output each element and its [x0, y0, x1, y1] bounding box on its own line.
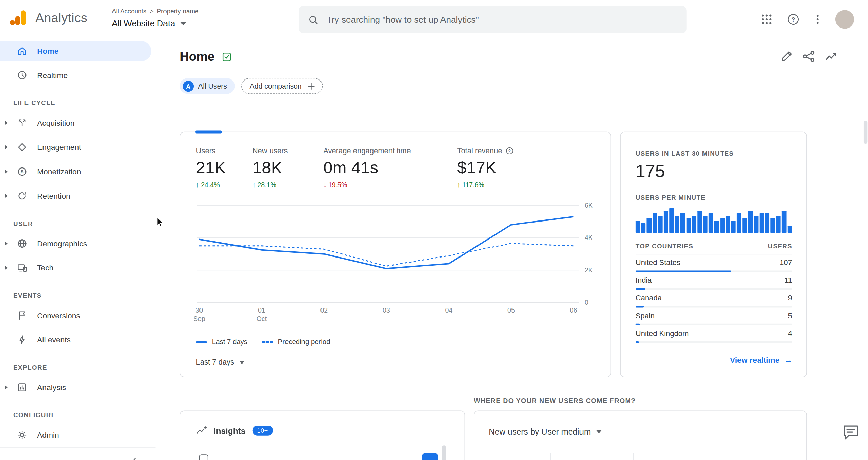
date-range-selector[interactable]: Last 7 days	[196, 358, 245, 366]
minute-bar	[658, 215, 662, 233]
new-users-card: New users by User medium	[474, 411, 807, 460]
chart-legend: Last 7 days Preceding period	[196, 338, 330, 346]
sidebar-item-all-events[interactable]: All events	[0, 328, 156, 352]
metric-total-revenue[interactable]: Total revenue ? $17K ↑117.6%	[457, 147, 514, 189]
sidebar-item-label: Retention	[37, 192, 70, 200]
minute-bar	[709, 213, 713, 233]
country-bar	[636, 270, 731, 272]
minute-bar	[636, 220, 640, 233]
sidebar-item-engagement[interactable]: Engagement	[0, 135, 156, 159]
expand-arrow-icon[interactable]	[5, 385, 8, 390]
view-realtime-link[interactable]: View realtime →	[730, 356, 792, 365]
sidebar-item-admin[interactable]: Admin	[0, 423, 156, 447]
sidebar-item-conversions[interactable]: Conversions	[0, 303, 156, 328]
sidebar-item-tech[interactable]: Tech	[0, 256, 156, 280]
legend-label: Preceding period	[278, 338, 330, 346]
new-users-card-title-dropdown[interactable]: New users by User medium	[489, 427, 602, 436]
overview-card: Users 21K ↑24.4% New users 18K ↑28.1% Av…	[180, 132, 611, 377]
sidebar-item-label: Acquisition	[37, 119, 74, 127]
logo[interactable]: Analytics	[8, 8, 87, 28]
more-options-icon[interactable]	[811, 13, 824, 26]
breadcrumb: All Accounts > Property name	[112, 8, 198, 15]
user-avatar[interactable]	[835, 10, 854, 29]
collapse-sidebar-icon[interactable]: ‹	[133, 453, 137, 460]
sidebar-divider	[0, 447, 156, 448]
expand-arrow-icon[interactable]	[5, 145, 8, 149]
minute-bar	[743, 218, 747, 233]
country-bar	[636, 306, 644, 308]
sidebar-item-monetization[interactable]: $ Monetization	[0, 159, 156, 184]
search-input[interactable]	[327, 15, 678, 24]
country-row: India11	[636, 276, 792, 290]
add-comparison-label: Add comparison	[250, 82, 302, 90]
country-row: United Kingdom4	[636, 329, 792, 343]
sidebar-item-home[interactable]: Home	[0, 41, 151, 61]
sidebar-item-analysis[interactable]: Analysis	[0, 375, 156, 400]
apps-grid-icon[interactable]	[760, 13, 773, 26]
series-line-dashed	[199, 244, 573, 266]
minute-bar	[647, 218, 651, 233]
sidebar-item-realtime[interactable]: Realtime	[0, 63, 156, 88]
minute-bar	[754, 215, 758, 233]
insight-item-chart-bar	[422, 453, 438, 460]
add-comparison-button[interactable]: Add comparison	[241, 78, 323, 94]
svg-text:?: ?	[508, 148, 511, 153]
chevron-down-icon	[180, 22, 186, 25]
minute-bar	[697, 211, 702, 233]
segment-avatar: A	[183, 81, 194, 92]
country-bar	[636, 324, 640, 325]
insights-toggle-icon[interactable]	[824, 50, 837, 63]
table-column-divider	[550, 453, 551, 460]
minute-bar	[726, 215, 730, 233]
minute-bar	[669, 208, 674, 233]
insights-spark-icon	[196, 426, 207, 436]
home-icon	[17, 46, 28, 57]
main-content: Home A All Users Add co	[156, 39, 868, 460]
sidebar-item-label: Realtime	[37, 71, 68, 79]
realtime-card: USERS IN LAST 30 MINUTES 175 USERS PER M…	[620, 132, 807, 377]
help-icon[interactable]: ?	[787, 13, 800, 26]
minute-bar	[748, 211, 752, 233]
customize-report-icon[interactable]	[780, 50, 793, 63]
property-selector[interactable]: All Website Data	[112, 19, 186, 29]
sidebar-item-demographics[interactable]: Demographics	[0, 231, 156, 256]
analysis-chart-icon	[17, 382, 28, 393]
breadcrumb-separator: >	[150, 8, 154, 15]
expand-arrow-icon[interactable]	[5, 169, 8, 174]
page-scrollbar-thumb[interactable]	[864, 121, 867, 144]
expand-arrow-icon[interactable]	[5, 121, 8, 125]
chevron-down-icon	[239, 360, 245, 364]
metric-new-users[interactable]: New users 18K ↑28.1%	[253, 147, 288, 189]
clock-icon	[17, 70, 28, 81]
breadcrumb-root[interactable]: All Accounts	[112, 8, 146, 15]
monetization-icon: $	[17, 166, 28, 177]
expand-arrow-icon[interactable]	[5, 266, 8, 270]
all-users-chip[interactable]: A All Users	[180, 78, 235, 94]
insights-scrollbar[interactable]	[442, 445, 446, 460]
sidebar-section-lifecycle: LIFE CYCLE	[0, 87, 156, 110]
minute-bar	[653, 213, 657, 233]
sidebar-item-retention[interactable]: Retention	[0, 184, 156, 208]
acquisition-icon	[17, 117, 28, 128]
breadcrumb-current[interactable]: Property name	[157, 8, 199, 15]
flag-icon	[17, 310, 28, 321]
metric-engagement-time[interactable]: Average engagement time 0m 41s ↓19.5%	[323, 147, 411, 189]
help-tooltip-icon[interactable]: ?	[505, 147, 514, 155]
share-icon[interactable]	[802, 50, 815, 63]
feedback-chat-button[interactable]	[841, 424, 860, 442]
x-axis-tick-label: 06	[570, 306, 577, 314]
metric-users[interactable]: Users 21K ↑24.4%	[196, 147, 226, 189]
new-users-question: WHERE DO YOUR NEW USERS COME FROM?	[474, 397, 636, 405]
analytics-app: Analytics All Accounts > Property name A…	[0, 0, 868, 460]
sidebar-section-explore: EXPLORE	[0, 352, 156, 375]
y-axis-tick-label: 2K	[585, 266, 593, 274]
expand-arrow-icon[interactable]	[5, 194, 8, 198]
minute-bar	[703, 215, 708, 233]
minute-bar	[675, 215, 679, 233]
x-axis-tick-label: 02	[320, 306, 328, 314]
x-axis-tick-label: 04	[445, 306, 453, 314]
sidebar-item-acquisition[interactable]: Acquisition	[0, 111, 156, 135]
sidebar-item-label: Analysis	[37, 383, 66, 392]
table-column-divider	[633, 453, 634, 460]
expand-arrow-icon[interactable]	[5, 241, 8, 246]
